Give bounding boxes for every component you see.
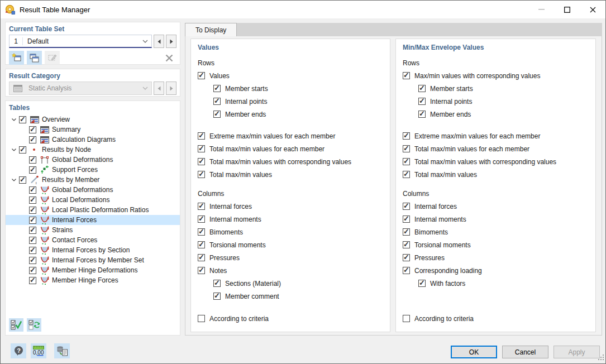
tree-row-support-forces[interactable]: Support Forces [6,165,180,175]
tree-expander-icon[interactable] [9,149,19,151]
checkbox-total-maxmin-corresponding[interactable]: Total max/min values with corresponding … [403,155,590,168]
checkbox-member-starts[interactable]: Member starts [198,82,384,95]
tree-row-overview[interactable]: Overview [6,114,180,124]
tree-row-internal-forces-by-section[interactable]: Internal Forces by Section [6,245,180,255]
checkbox-internal-forces[interactable]: Internal forces [403,200,590,213]
next-category-button[interactable] [166,82,176,95]
checkbox-corresponding-loading[interactable]: Corresponding loading [403,264,590,277]
tree-checkbox[interactable] [29,237,36,244]
checkbox-total-maxmin[interactable]: Total max/min values [198,168,384,181]
checkbox[interactable] [198,241,205,248]
tree-row-local-plastic-deformation-ratios[interactable]: Local Plastic Deformation Ratios [6,205,180,215]
checkbox[interactable] [403,203,410,210]
next-table-set-button[interactable] [166,35,176,48]
tree-row-calculation-diagrams[interactable]: Calculation Diagrams [6,135,180,145]
rename-table-set-button[interactable] [45,51,60,65]
tree-row-summary[interactable]: Summary [6,124,180,135]
checkbox-extreme-maxmin-each-member[interactable]: Extreme max/min values for each member [403,130,590,142]
maximize-button[interactable] [554,1,580,18]
checkbox[interactable] [198,203,205,210]
checkbox[interactable] [198,145,205,152]
checkbox[interactable] [418,111,426,118]
checkbox-notes[interactable]: Notes [198,264,384,277]
checkbox[interactable] [198,215,205,223]
result-category-combobox[interactable]: Static Analysis [9,82,152,95]
checkbox[interactable] [213,293,221,300]
checkbox[interactable] [198,132,205,140]
resize-grip[interactable] [598,355,604,362]
prev-table-set-button[interactable] [154,35,164,48]
checkbox-total-maxmin-corresponding[interactable]: Total max/min values with corresponding … [198,155,384,168]
checkbox-internal-points[interactable]: Internal points [198,95,384,108]
checkbox[interactable] [198,254,205,261]
chevron-down-icon[interactable] [139,40,151,43]
checkbox[interactable] [213,280,221,287]
tree-row-local-deformations[interactable]: Local Deformations [6,195,180,205]
tree-checkbox[interactable] [29,247,36,254]
checkbox[interactable] [213,85,221,92]
cancel-button[interactable]: Cancel [502,346,548,358]
tree-checkbox[interactable] [29,257,36,264]
checkbox-according-to-criteria[interactable]: According to criteria [403,312,590,325]
delete-table-set-button[interactable] [161,51,176,65]
checkbox-values[interactable]: Values [198,69,384,82]
copy-table-set-button[interactable] [27,51,42,65]
checkbox-total-maxmin[interactable]: Total max/min values [403,168,590,181]
checkbox-internal-forces[interactable]: Internal forces [198,200,384,213]
checkbox-total-maxmin-each-member[interactable]: Total max/min values for each member [403,142,590,155]
checkbox[interactable] [198,171,205,178]
checkbox-internal-moments[interactable]: Internal moments [403,213,590,226]
checkbox[interactable] [198,315,205,322]
checkbox-torsional-moments[interactable]: Torsional moments [403,238,590,251]
checkbox[interactable] [403,132,410,140]
invert-check-button[interactable] [27,318,41,332]
tree-checkbox[interactable] [29,156,36,164]
prev-category-button[interactable] [154,82,164,95]
tree-checkbox[interactable] [29,207,36,214]
checkbox-maxmin-with-corresponding[interactable]: Max/min values with corresponding values [403,69,590,82]
checkbox[interactable] [418,98,426,105]
help-button[interactable]: ? [11,343,26,358]
apply-button[interactable]: Apply [553,346,600,358]
tree-checkbox[interactable] [29,166,36,174]
checkbox[interactable] [198,267,205,274]
checkbox[interactable] [403,267,410,274]
checkbox-torsional-moments[interactable]: Torsional moments [198,238,384,251]
checkbox[interactable] [403,315,410,322]
checkbox[interactable] [403,171,410,178]
checkbox[interactable] [418,85,426,92]
checkbox[interactable] [403,72,410,79]
checkbox-according-to-criteria[interactable]: According to criteria [198,312,384,325]
checkbox-pressures[interactable]: Pressures [198,251,384,264]
checkbox-with-factors[interactable]: With factors [403,277,590,290]
tree-checkbox[interactable] [29,217,36,224]
checkbox[interactable] [418,280,426,287]
checkbox[interactable] [198,72,205,79]
checkbox-sections-material[interactable]: Sections (Material) [198,277,384,290]
checkbox[interactable] [213,111,221,118]
ok-button[interactable]: OK [451,346,497,358]
config-transfer-button[interactable] [54,343,70,358]
tree-row-member-hinge-deformations[interactable]: Member Hinge Deformations [6,265,180,275]
checkbox-bimoments[interactable]: Bimoments [198,226,384,238]
checkbox-member-ends[interactable]: Member ends [403,108,590,121]
checkbox[interactable] [198,228,205,236]
tree-checkbox[interactable] [29,136,36,143]
checkbox-internal-moments[interactable]: Internal moments [198,213,384,226]
tree-row-results-by-node[interactable]: Results by Node [6,145,180,155]
tree-checkbox[interactable] [29,277,36,284]
tree-row-member-hinge-forces[interactable]: Member Hinge Forces [6,275,180,285]
tree-row-contact-forces[interactable]: Contact Forces [6,235,180,245]
tree-checkbox[interactable] [29,186,36,194]
checkbox-bimoments[interactable]: Bimoments [403,226,590,238]
minimize-button[interactable] [528,1,554,18]
tree-row-strains[interactable]: Strains [6,225,180,235]
tab-to-display[interactable]: To Display [185,23,237,36]
tree-expander-icon[interactable] [9,179,19,181]
checkbox[interactable] [403,145,410,152]
tree-checkbox[interactable] [19,146,26,154]
checkbox[interactable] [403,228,410,236]
tree-checkbox[interactable] [29,227,36,234]
tree-checkbox[interactable] [19,116,26,123]
tree-row-results-by-member[interactable]: I Results by Member [6,175,180,185]
